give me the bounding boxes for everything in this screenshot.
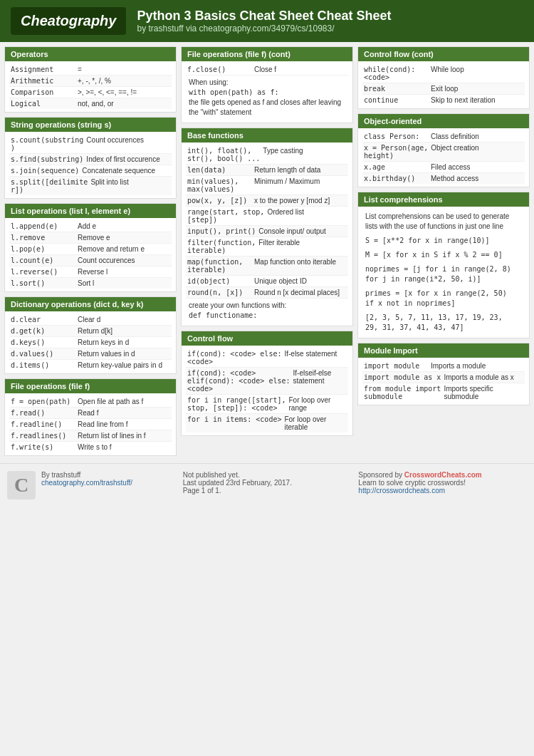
table-row: s.find(substring) Index of first occuren… [9,154,172,165]
table-row: d.items() Return key-value pairs in d [9,360,172,371]
footer-right: Sponsored by CrosswordCheats.com Learn t… [358,471,527,499]
list-comp-example-2: M = [x for x in S if x % 2 == 0] [362,248,525,262]
section-file-ops-cont: File operations (file f) (cont) f.close(… [181,46,353,123]
list-comp-example-1: S = [x**2 for x in range(10)] [362,234,525,248]
row-code: filter(function,iterable) [187,239,256,254]
table-row: Assignment = [9,64,172,76]
row-desc: While loop [431,66,523,73]
table-row: while(cond):<code> While loop [362,64,525,83]
table-row: len(data) Return length of data [186,165,348,176]
section-operators: Operators Assignment = Arithmetic +, -, … [4,46,177,113]
row-code: s.join(sequence) [11,167,79,175]
section-list-comprehensions-header: List comprehensions [358,192,529,207]
row-code: continue [364,96,428,104]
section-object-oriented: Object-oriented class Person: Class defi… [357,113,530,187]
row-desc: Exit loop [431,85,523,93]
table-row: min(values),max(values) Minimum / Maximu… [186,176,348,195]
logo-text: Cheatography [21,13,116,29]
row-code: range(start, stop,[step]) [187,208,264,224]
row-desc: For loop over range [288,396,347,412]
table-row: f.readline() Read line from f [9,419,172,430]
row-code: Assignment [11,66,75,73]
row-code: from module importsubmodule [364,385,441,400]
row-desc: Imports a module [431,362,523,370]
row-code: l.reverse() [11,268,75,276]
row-desc: +, -, *, /, % [78,77,170,85]
row-code: s.find(substring) [11,155,83,163]
table-row: pow(x, y, [z]) x to the power y [mod z] [186,195,348,207]
row-desc: If-elseif-else statement [293,369,347,385]
section-control-flow-body: if(cond): <code> else:<code> If-else sta… [182,346,352,435]
row-desc: Split into list [90,178,170,186]
table-row: if(cond): <code>elif(cond): <code> else:… [186,368,348,395]
logo: Cheatography [11,7,126,35]
row-code: import module [364,362,428,370]
table-row: f.read() Read f [9,408,172,419]
row-desc: = [78,66,170,73]
section-list-ops-header: List operations (list l, element e) [5,204,176,218]
footer-author-link[interactable]: cheatography.com/trashstuff/ [41,479,132,487]
row-code: l.pop(e) [11,245,75,253]
row-code: pow(x, y, [z]) [187,197,251,204]
table-row: x.age Filed access [362,162,525,173]
row-desc: Concatenate sequence [82,167,170,175]
section-object-oriented-body: class Person: Class definition x = Perso… [358,128,529,187]
page-title: Python 3 Basics Cheat Sheet Cheat Sheet [137,9,391,24]
footer-updated: Last updated 23rd February, 2017. [183,479,352,487]
footer-status: Not published yet. [183,471,352,479]
footer-sponsor-link[interactable]: http://crosswordcheats.com [358,487,445,494]
row-code: class Person: [364,133,428,140]
row-desc: Type casting [263,147,347,155]
row-desc: Read f [78,409,170,417]
row-code: break [364,85,428,93]
row-code: f.close() [187,66,251,73]
section-operators-body: Assignment = Arithmetic +, -, *, /, % Co… [5,61,176,112]
table-row: from module importsubmodule Imports spec… [362,383,525,402]
row-desc: Round n [x decimal places] [254,289,347,296]
table-row: l.pop(e) Remove and return e [9,244,172,255]
row-desc: Add e [78,222,170,230]
row-desc: Return d[k] [78,327,170,335]
row-desc: Ordered list [267,208,347,216]
list-comp-example-5: [2, 3, 5, 7, 11, 13, 17, 19, 23,29, 31, … [362,311,525,335]
section-operators-header: Operators [5,47,176,61]
table-row: s.join(sequence) Concatenate sequence [9,165,172,177]
section-list-comprehensions-body: List comprehensions can be used to gener… [358,207,529,338]
row-code: len(data) [187,166,251,174]
row-desc: Open file at path as f [78,398,170,405]
table-row: x = Person(age,height) Object creation [362,143,525,162]
row-code: import module as x [364,373,441,381]
row-desc: Return list of lines in f [78,432,170,440]
table-row: filter(function,iterable) Filter iterabl… [186,237,348,257]
table-row: d.keys() Return keys in d [9,337,172,348]
table-row: d.get(k) Return d[k] [9,326,172,337]
table-row: f = open(path) Open file at path as f [9,396,172,408]
row-code: x = Person(age,height) [364,144,428,160]
row-code: for i in range([start],stop, [step]): <c… [187,396,286,412]
page-subtitle: by trashstuff via cheatography.com/34979… [137,24,391,33]
row-code: d.values() [11,350,75,358]
row-code: l.append(e) [11,222,75,230]
table-row: s.count(substring) Count occurences [9,135,172,154]
row-code: l.sort() [11,279,75,287]
row-code: d.clear [11,316,75,323]
section-dict-ops-header: Dictionary operations (dict d, key k) [5,297,176,311]
column-3: Control flow (cont) while(cond):<code> W… [357,46,530,456]
table-row: f.write(s) Write s to f [9,442,172,452]
section-dict-ops-body: d.clear Clear d d.get(k) Return d[k] d.k… [5,311,176,373]
row-desc: Index of first occurence [86,155,170,163]
file-ops-text: When using: with open(path) as f: the fi… [186,76,348,120]
row-desc: Return length of data [254,166,347,174]
row-desc: Count occurences [78,257,170,264]
section-control-flow-cont-body: while(cond):<code> While loop break Exit… [358,61,529,108]
table-row: id(object) Unique object ID [186,276,348,287]
row-desc: Method access [431,175,523,182]
row-code: f.write(s) [11,443,75,451]
row-code: while(cond):<code> [364,66,428,81]
table-row: l.append(e) Add e [9,221,172,232]
row-desc: Map function onto iterable [254,258,347,266]
table-row: d.values() Return values in d [9,348,172,360]
row-desc: x to the power y [mod z] [254,197,347,204]
list-comp-example-3: noprimes = [j for i in range(2, 8)for j … [362,262,525,286]
table-row: import module as x Imports a module as x [362,372,525,383]
